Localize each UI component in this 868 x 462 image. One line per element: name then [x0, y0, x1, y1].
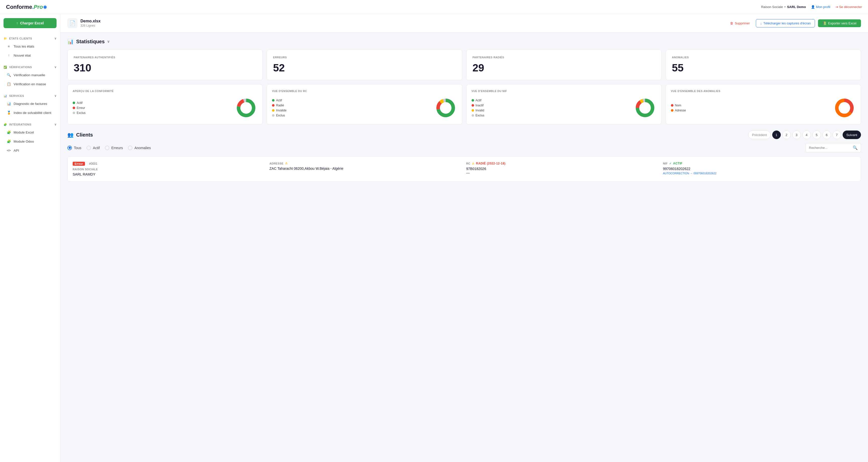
page-2-button[interactable]: 2 — [782, 131, 791, 139]
export-excel-button[interactable]: 📗 Exporter vers Excel — [818, 19, 861, 27]
radio-actif-outer — [87, 146, 91, 150]
puzzle-icon: 🧩 — [6, 130, 11, 135]
sidebar-item-tous-les-etats[interactable]: ≡ Tous les états — [3, 42, 57, 51]
delete-button[interactable]: 🗑 Supprimer — [727, 19, 753, 27]
raison-sociale-value: SARL Demo — [787, 5, 806, 9]
stat-value-radies: 29 — [473, 62, 655, 74]
logout-button[interactable]: ⇥ Se déconnecter — [835, 5, 862, 9]
chevron-down-icon: ∨ — [54, 37, 57, 40]
stat-value-anomalies: 55 — [672, 62, 855, 74]
main-content: 📄 Demo.xlsx 326 Lignes 🗑 Supprimer ↓ Tél… — [60, 14, 868, 462]
rc-warn-icon: ⚠ — [472, 162, 474, 165]
filter-actif[interactable]: Actif — [87, 146, 100, 150]
sidebar-item-verification-manuelle[interactable]: 🔍 Vérification manuelle — [3, 70, 57, 80]
mon-profil-label: Mon profil — [816, 5, 830, 9]
upload-icon: ↑ — [16, 21, 18, 25]
etats-label: ÉTATS CLIENTS — [9, 37, 32, 40]
chevron-down-icon-4: ∨ — [54, 123, 57, 126]
page-1-button[interactable]: 1 — [772, 131, 781, 139]
legend-dot — [671, 109, 674, 112]
prev-page-button[interactable]: Précédent — [748, 131, 771, 139]
download-captures-button[interactable]: ↓ Télécharger les captures d'écran — [756, 19, 815, 27]
mon-profil-button[interactable]: 👤 Mon profil — [811, 5, 830, 9]
autocorrection: AUTOCORRECTION → 099706018202622 — [663, 172, 856, 175]
sidebar-item-index-solvabilite[interactable]: 🏅 Index de solvabilité client — [3, 108, 57, 117]
page-3-button[interactable]: 3 — [792, 131, 801, 139]
donut-vue-rc — [434, 96, 457, 119]
legend-label: Actif — [276, 98, 282, 102]
clients-people-icon: 👥 — [67, 132, 74, 138]
chart-content-vue-anomalies: NomAdresse — [671, 96, 856, 119]
donut-vue-nif — [634, 96, 656, 119]
download-label: Télécharger les captures d'écran — [763, 21, 811, 25]
code-icon: </> — [6, 148, 11, 153]
sidebar-section-services-header[interactable]: 📊 SERVICES ∨ — [3, 92, 57, 99]
statistics-title: Statistiques — [76, 39, 104, 45]
statistics-header: 📊 Statistiques ∨ — [67, 38, 861, 45]
stat-label-radies: PARTENAIRES RADIÉS — [473, 56, 655, 59]
page-5-button[interactable]: 5 — [812, 131, 821, 139]
legend-label: Exclus — [276, 114, 285, 117]
sidebar-section-verifications-header[interactable]: ✅ VÉRIFICATIONS ∨ — [3, 64, 57, 70]
sidebar-item-module-excel[interactable]: 🧩 Module Excel — [3, 128, 57, 137]
legend-item: Radié — [272, 104, 286, 107]
filter-erreurs[interactable]: Erreurs — [105, 146, 123, 150]
page-7-button[interactable]: 7 — [833, 131, 841, 139]
sidebar-item-api[interactable]: </> API — [3, 146, 57, 155]
legend-dot — [73, 112, 75, 114]
legend-dot — [73, 107, 75, 109]
chart-title-apercu-conformite: APERÇU DE LA CONFORMITÉ — [73, 89, 257, 92]
etats-icon: 📁 — [3, 37, 7, 40]
legend-label: Exclus — [77, 111, 86, 115]
filter-tous[interactable]: Tous — [67, 146, 82, 150]
trash-icon: 🗑 — [730, 21, 733, 25]
legend-label: Inactif — [475, 104, 484, 107]
rc-dash: — — [466, 171, 659, 175]
doc-icon: 📋 — [6, 82, 11, 86]
radio-tous-inner — [69, 147, 71, 149]
excel-icon: 📗 — [823, 21, 827, 25]
chart-content-vue-nif: ActifInactifInvalidExclus — [472, 96, 656, 119]
nif-field-label: NIF ✓ ACTIF — [663, 162, 856, 165]
file-name: Demo.xlsx — [81, 19, 100, 23]
filter-anomalies[interactable]: Anomalies — [128, 146, 151, 150]
legend-dot — [272, 114, 275, 117]
sidebar-section-integrations: 🧩 INTÉGRATIONS ∨ 🧩 Module Excel 🧩 Module… — [0, 118, 60, 156]
app-body: ↑ Charger Excel 📁 ÉTATS CLIENTS ∨ ≡ Tous… — [0, 14, 868, 462]
chart-card-vue-nif: VUE D'ENSEMBLE DU NIFActifInactifInvalid… — [466, 84, 662, 124]
statistics-chevron-icon[interactable]: ∨ — [107, 39, 110, 44]
charts-grid: APERÇU DE LA CONFORMITÉActifErreurExclus… — [67, 84, 861, 124]
stat-label-erreurs: ERREURS — [273, 56, 456, 59]
module-odoo-label: Module Odoo — [13, 140, 34, 143]
stat-card-partenaires-authentifies: PARTENAIRES AUTHENTIFIÉS 310 — [67, 50, 263, 80]
raison-sociale: Raison Sociale • SARL Demo — [761, 5, 806, 9]
legend-item: Actif — [73, 101, 86, 105]
donut-vue-anomalies — [833, 96, 856, 119]
legend-dot — [472, 109, 474, 112]
search-input[interactable] — [809, 146, 851, 150]
next-page-button[interactable]: Suivant — [843, 131, 861, 139]
raison-sociale-field-value: SARL RAMDY — [73, 172, 266, 176]
search-glass-icon: 🔍 — [852, 145, 858, 150]
page-6-button[interactable]: 6 — [823, 131, 831, 139]
sidebar-item-verification-masse[interactable]: 📋 Vérification en masse — [3, 80, 57, 89]
app-header: Conforme.Pro◉ Raison Sociale • SARL Demo… — [0, 0, 868, 14]
sidebar-item-nouvel-etat[interactable]: ↑ Nouvel état — [3, 51, 57, 60]
chart-title-vue-anomalies: VUE D'ENSEMBLE DES ANOMALIES — [671, 89, 856, 92]
sidebar-section-etats-header[interactable]: 📁 ÉTATS CLIENTS ∨ — [3, 35, 57, 42]
upload-excel-button[interactable]: ↑ Charger Excel — [3, 18, 57, 28]
index-solvabilite-label: Index de solvabilité client — [13, 111, 51, 115]
chart-title-vue-rc: VUE D'ENSEMBLE DU RC — [272, 89, 457, 92]
sidebar-item-module-odoo[interactable]: 🧩 Module Odoo — [3, 137, 57, 146]
chart-legend-vue-anomalies: NomAdresse — [671, 104, 686, 112]
sidebar-section-integrations-header[interactable]: 🧩 INTÉGRATIONS ∨ — [3, 121, 57, 128]
list-icon: ≡ — [6, 44, 11, 49]
legend-label: Nom — [675, 104, 681, 107]
legend-item: Nom — [671, 104, 686, 107]
legend-dot — [73, 102, 75, 104]
donut-apercu-conformite — [235, 96, 257, 119]
sidebar-item-diagnostic-factures[interactable]: 📊 Diagnostic de factures — [3, 99, 57, 108]
legend-label: Radié — [276, 104, 284, 107]
page-4-button[interactable]: 4 — [802, 131, 811, 139]
legend-item: Exclus — [472, 114, 485, 117]
